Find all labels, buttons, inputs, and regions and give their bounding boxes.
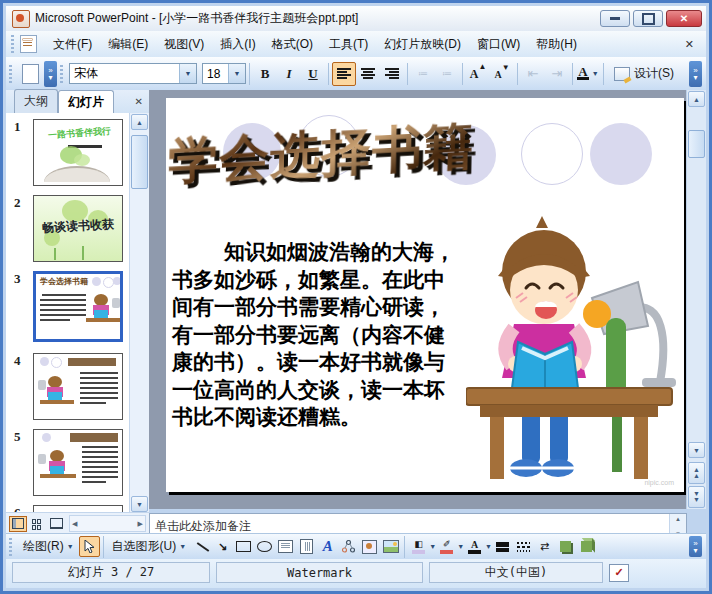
menu-edit[interactable]: 编辑(E) (100, 32, 156, 57)
arrow-style-button[interactable]: ⇄ (534, 536, 555, 557)
menu-slideshow[interactable]: 幻灯片放映(D) (376, 32, 469, 57)
horizontal-scrollbar[interactable]: ◀▶ (69, 515, 146, 532)
chevron-down-icon[interactable]: ▼ (429, 543, 436, 550)
chevron-down-icon[interactable]: ▼ (592, 70, 599, 77)
toolbar-overflow-button[interactable]: »▾ (689, 61, 702, 87)
menu-insert[interactable]: 插入(I) (212, 32, 263, 57)
scroll-right-icon[interactable]: ▶ (138, 520, 143, 528)
close-document-icon[interactable]: ✕ (677, 36, 702, 53)
restore-button[interactable] (633, 10, 663, 27)
wordart-button[interactable]: A (317, 536, 338, 557)
increase-font-button[interactable]: A▲ (466, 62, 490, 86)
line-color-button[interactable]: ✐ (436, 536, 457, 557)
arrow-button[interactable]: ↘ (212, 536, 233, 557)
oval-button[interactable] (254, 536, 275, 557)
slide-body-text[interactable]: 知识如烟波浩翰的大海，书多如沙砾，如繁星。在此中间有一部分书需要精心研读，有一部… (172, 238, 456, 431)
increase-indent-button[interactable]: ⇥ (545, 62, 569, 86)
toolbar-overflow-button[interactable]: »▾ (689, 536, 702, 557)
slide-design-button[interactable]: 设计(S) (607, 62, 681, 86)
new-slide-button[interactable] (18, 62, 42, 86)
underline-button[interactable]: U (301, 62, 325, 86)
chevron-down-icon[interactable]: ▼ (457, 543, 464, 550)
clip-art-button[interactable] (359, 536, 380, 557)
slide-thumbnail-4[interactable] (33, 353, 123, 420)
dash-style-button[interactable] (513, 536, 534, 557)
slide-thumbnail-2[interactable]: 畅谈读书收获 (33, 195, 123, 262)
bold-button[interactable]: B (253, 62, 277, 86)
italic-button[interactable]: I (277, 62, 301, 86)
toolbar-grip[interactable] (60, 65, 65, 83)
normal-view-button[interactable] (9, 516, 27, 532)
slide-canvas[interactable]: 学会选择书籍 知识如烟波浩翰的大海，书多如沙砾，如繁星。在此中间有一部分书需要精… (166, 98, 684, 492)
scroll-up-icon[interactable]: ▲ (688, 91, 705, 107)
slideshow-view-button[interactable] (47, 516, 65, 532)
language-indicator: 中文(中国) (429, 562, 603, 583)
slide-title-wordart[interactable]: 学会选择书籍 (168, 111, 499, 195)
select-objects-button[interactable] (79, 536, 100, 557)
toolbar-grip[interactable] (9, 65, 14, 83)
menu-window[interactable]: 窗口(W) (469, 32, 528, 57)
autoshapes-menu-button[interactable]: 自选图形(U)▼ (107, 536, 192, 557)
previous-slide-button[interactable]: ▲▲ (688, 462, 705, 484)
scrollbar-thumb[interactable] (688, 130, 705, 158)
text-box-button[interactable] (275, 536, 296, 557)
tab-outline[interactable]: 大纲 (14, 89, 58, 113)
vertical-text-box-button[interactable] (296, 536, 317, 557)
line-style-button[interactable] (492, 536, 513, 557)
close-icon: ✕ (680, 13, 688, 24)
font-color-button[interactable]: A▼ (576, 62, 600, 86)
chevron-down-icon[interactable]: ▼ (179, 64, 196, 83)
chevron-down-icon[interactable]: ▼ (485, 543, 492, 550)
font-color-button-draw[interactable]: A (464, 536, 485, 557)
toolbar-grip[interactable] (11, 35, 16, 53)
thumbnails-scrollbar[interactable]: ▲ ▼ (129, 113, 149, 513)
scroll-down-icon[interactable]: ▼ (131, 496, 148, 512)
shadow-style-button[interactable] (555, 536, 576, 557)
menu-file[interactable]: 文件(F) (45, 32, 100, 57)
panel-close-icon[interactable]: ✕ (135, 96, 143, 107)
scrollbar-thumb[interactable] (131, 135, 148, 189)
line-button[interactable] (191, 536, 212, 557)
insert-picture-button[interactable] (380, 536, 401, 557)
bullet-list-button[interactable]: ≔ (435, 62, 459, 86)
minimize-icon (610, 17, 620, 20)
rectangle-button[interactable] (233, 536, 254, 557)
menu-help[interactable]: 帮助(H) (528, 32, 585, 57)
scroll-left-icon[interactable]: ◀ (72, 520, 77, 528)
threed-style-button[interactable] (576, 536, 597, 557)
font-name-combobox[interactable]: 宋体 ▼ (69, 63, 197, 84)
slide-scrollbar[interactable]: ▲ ▼ ▲▲ ▼▼ (686, 90, 706, 509)
close-button[interactable]: ✕ (666, 10, 702, 27)
toolbar-overflow-button[interactable]: »▾ (44, 61, 57, 87)
spell-check-icon[interactable]: ✓ (609, 564, 629, 582)
diagram-button[interactable] (338, 536, 359, 557)
slide-workspace: 学会选择书籍 知识如烟波浩翰的大海，书多如沙砾，如繁星。在此中间有一部分书需要精… (149, 90, 687, 509)
slide-thumbnail-5[interactable] (33, 429, 123, 496)
draw-menu-button[interactable]: 绘图(R)▼ (18, 536, 79, 557)
chevron-down-icon[interactable]: ▼ (228, 64, 245, 83)
menu-tools[interactable]: 工具(T) (321, 32, 376, 57)
align-center-button[interactable] (356, 62, 380, 86)
numbered-list-button[interactable]: ≔ (411, 62, 435, 86)
fill-color-button[interactable]: ◧ (408, 536, 429, 557)
align-left-button[interactable] (332, 62, 356, 86)
tab-slides[interactable]: 幻灯片 (58, 90, 114, 114)
font-size-combobox[interactable]: 18 ▼ (202, 63, 246, 84)
minimize-button[interactable] (600, 10, 630, 27)
menu-format[interactable]: 格式(O) (264, 32, 321, 57)
align-right-button[interactable] (380, 62, 404, 86)
decrease-indent-button[interactable]: ⇤ (521, 62, 545, 86)
scroll-down-icon[interactable]: ▼ (688, 442, 705, 458)
panel-tabs: 大纲 幻灯片 ✕ (6, 90, 149, 114)
menu-view[interactable]: 视图(V) (156, 32, 212, 57)
slide-number: 1 (14, 119, 21, 135)
slide-thumbnail-1[interactable]: 一路书香伴我行 (33, 119, 123, 186)
scroll-up-icon[interactable]: ▲ (675, 516, 681, 522)
decrease-font-button[interactable]: A▼ (490, 62, 514, 86)
slide-sorter-view-button[interactable] (28, 516, 46, 532)
scroll-up-icon[interactable]: ▲ (131, 114, 148, 130)
slide-thumbnail-3-selected[interactable]: 学会选择书籍 (33, 271, 123, 342)
align-left-icon (337, 68, 351, 79)
next-slide-button[interactable]: ▼▼ (688, 486, 705, 508)
toolbar-grip[interactable] (9, 538, 14, 556)
